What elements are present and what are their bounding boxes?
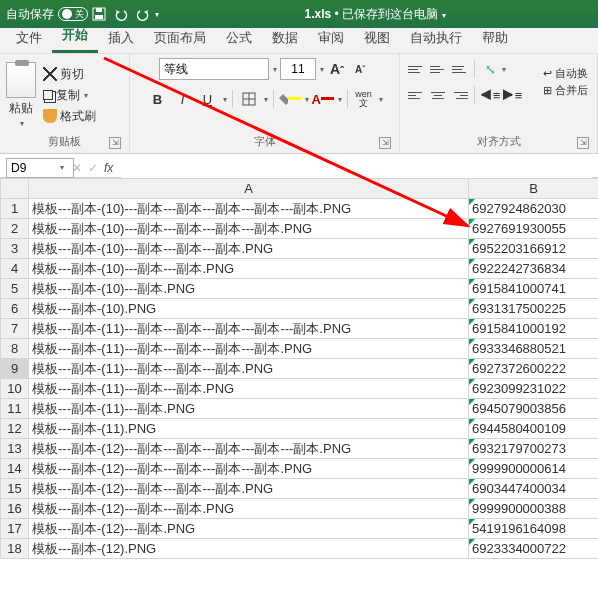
increase-indent-button[interactable]: ⯈≡ xyxy=(501,84,523,106)
tab-layout[interactable]: 页面布局 xyxy=(144,25,216,53)
row-header[interactable]: 1 xyxy=(1,199,29,219)
cell[interactable]: 模板---副本-(11)---副本---副本---副本---副本---副本.PN… xyxy=(29,319,469,339)
row-header[interactable]: 13 xyxy=(1,439,29,459)
cell[interactable]: 模板---副本-(10).PNG xyxy=(29,299,469,319)
autosave-toggle[interactable]: 自动保存 关 xyxy=(6,6,88,23)
cell[interactable]: 6915841000192 xyxy=(469,319,599,339)
cell[interactable]: 5419196164098 xyxy=(469,519,599,539)
cell[interactable]: 模板---副本-(12)---副本.PNG xyxy=(29,519,469,539)
phonetic-button[interactable]: wen文 xyxy=(353,88,375,110)
font-color-button[interactable]: A xyxy=(312,88,334,110)
align-right-button[interactable] xyxy=(450,86,470,104)
row-header[interactable]: 5 xyxy=(1,279,29,299)
cell[interactable]: 模板---副本-(10)---副本---副本---副本---副本---副本.PN… xyxy=(29,199,469,219)
underline-button[interactable]: U xyxy=(197,88,219,110)
cell[interactable]: 6931317500225 xyxy=(469,299,599,319)
cell[interactable]: 模板---副本-(10)---副本.PNG xyxy=(29,279,469,299)
increase-font-button[interactable]: Aˆ xyxy=(327,59,347,79)
undo-icon[interactable] xyxy=(112,5,130,23)
row-header[interactable]: 4 xyxy=(1,259,29,279)
orientation-button[interactable]: ⤡ xyxy=(479,58,501,80)
col-header-a[interactable]: A xyxy=(29,179,469,199)
cell[interactable]: 6923099231022 xyxy=(469,379,599,399)
cell[interactable]: 6922242736834 xyxy=(469,259,599,279)
tab-review[interactable]: 审阅 xyxy=(308,25,354,53)
cell[interactable]: 6923334000722 xyxy=(469,539,599,559)
row-header[interactable]: 9 xyxy=(1,359,29,379)
row-header[interactable]: 16 xyxy=(1,499,29,519)
row-header[interactable]: 11 xyxy=(1,399,29,419)
tab-insert[interactable]: 插入 xyxy=(98,25,144,53)
tab-data[interactable]: 数据 xyxy=(262,25,308,53)
cell[interactable]: 模板---副本-(12).PNG xyxy=(29,539,469,559)
cell[interactable]: 6944580400109 xyxy=(469,419,599,439)
cell[interactable]: 6927691930055 xyxy=(469,219,599,239)
format-painter-button[interactable]: 格式刷 xyxy=(40,107,99,126)
cell[interactable]: 模板---副本-(10)---副本---副本.PNG xyxy=(29,259,469,279)
border-button[interactable] xyxy=(238,88,260,110)
row-header[interactable]: 15 xyxy=(1,479,29,499)
tab-formulas[interactable]: 公式 xyxy=(216,25,262,53)
cell[interactable]: 模板---副本-(11)---副本---副本---副本.PNG xyxy=(29,359,469,379)
bold-button[interactable]: B xyxy=(147,88,169,110)
row-header[interactable]: 18 xyxy=(1,539,29,559)
cell[interactable]: 9999900000388 xyxy=(469,499,599,519)
font-size-input[interactable] xyxy=(280,58,316,80)
cell[interactable]: 6915841000741 xyxy=(469,279,599,299)
cell[interactable]: 6903447400034 xyxy=(469,479,599,499)
cell[interactable]: 模板---副本-(11)---副本---副本---副本---副本.PNG xyxy=(29,339,469,359)
decrease-font-button[interactable]: Aˇ xyxy=(350,59,370,79)
tab-help[interactable]: 帮助 xyxy=(472,25,518,53)
row-header[interactable]: 2 xyxy=(1,219,29,239)
paste-button[interactable]: 粘贴 xyxy=(9,100,33,117)
cancel-icon[interactable]: ✕ xyxy=(72,161,82,175)
wrap-text-button[interactable]: ↩自动换 xyxy=(543,66,588,81)
merge-button[interactable]: ⊞合并后 xyxy=(543,83,588,98)
row-header[interactable]: 14 xyxy=(1,459,29,479)
cell[interactable]: 模板---副本-(11)---副本.PNG xyxy=(29,399,469,419)
tab-auto[interactable]: 自动执行 xyxy=(400,25,472,53)
cell[interactable]: 模板---副本-(10)---副本---副本---副本---副本.PNG xyxy=(29,219,469,239)
select-all-corner[interactable] xyxy=(1,179,29,199)
tab-view[interactable]: 视图 xyxy=(354,25,400,53)
align-center-button[interactable] xyxy=(428,86,448,104)
cut-button[interactable]: 剪切 xyxy=(40,65,99,84)
font-launcher-icon[interactable]: ⇲ xyxy=(379,137,391,149)
cell[interactable]: 6952203166912 xyxy=(469,239,599,259)
cell[interactable]: 6933346880521 xyxy=(469,339,599,359)
copy-button[interactable]: 复制▾ xyxy=(40,86,99,105)
cell[interactable]: 模板---副本-(10)---副本---副本---副本.PNG xyxy=(29,239,469,259)
tab-home[interactable]: 开始 xyxy=(52,22,98,53)
save-icon[interactable] xyxy=(90,5,108,23)
align-top-button[interactable] xyxy=(406,60,426,78)
formula-input[interactable] xyxy=(121,158,592,178)
cell[interactable]: 模板---副本-(12)---副本---副本---副本---副本---副本.PN… xyxy=(29,439,469,459)
row-header[interactable]: 3 xyxy=(1,239,29,259)
cell[interactable]: 模板---副本-(12)---副本---副本---副本---副本.PNG xyxy=(29,459,469,479)
cell[interactable]: 9999900000614 xyxy=(469,459,599,479)
italic-button[interactable]: I xyxy=(172,88,194,110)
clipboard-launcher-icon[interactable]: ⇲ xyxy=(109,137,121,149)
row-header[interactable]: 12 xyxy=(1,419,29,439)
col-header-b[interactable]: B xyxy=(469,179,599,199)
fx-icon[interactable]: fx xyxy=(104,161,113,175)
cell[interactable]: 模板---副本-(11).PNG xyxy=(29,419,469,439)
row-header[interactable]: 6 xyxy=(1,299,29,319)
align-launcher-icon[interactable]: ⇲ xyxy=(577,137,589,149)
cell[interactable]: 模板---副本-(12)---副本---副本.PNG xyxy=(29,499,469,519)
font-name-input[interactable] xyxy=(159,58,269,80)
cell[interactable]: 6932179700273 xyxy=(469,439,599,459)
enter-icon[interactable]: ✓ xyxy=(88,161,98,175)
fill-color-button[interactable] xyxy=(279,88,301,110)
cell[interactable]: 模板---副本-(12)---副本---副本---副本.PNG xyxy=(29,479,469,499)
row-header[interactable]: 8 xyxy=(1,339,29,359)
align-bottom-button[interactable] xyxy=(450,60,470,78)
row-header[interactable]: 10 xyxy=(1,379,29,399)
spreadsheet-grid[interactable]: A B 1模板---副本-(10)---副本---副本---副本---副本---… xyxy=(0,178,598,598)
decrease-indent-button[interactable]: ⯇≡ xyxy=(479,84,501,106)
align-left-button[interactable] xyxy=(406,86,426,104)
cell[interactable]: 模板---副本-(11)---副本---副本.PNG xyxy=(29,379,469,399)
tab-file[interactable]: 文件 xyxy=(6,25,52,53)
row-header[interactable]: 7 xyxy=(1,319,29,339)
cell[interactable]: 6927924862030 xyxy=(469,199,599,219)
